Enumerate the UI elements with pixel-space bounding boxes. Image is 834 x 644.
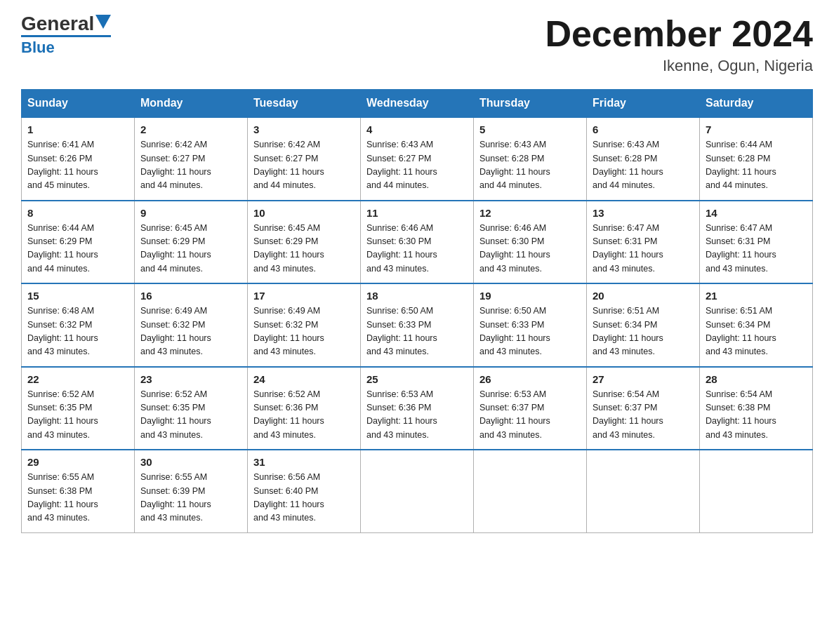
calendar-day-cell: 19Sunrise: 6:50 AMSunset: 6:33 PMDayligh… <box>474 283 587 367</box>
calendar-week-row: 8Sunrise: 6:44 AMSunset: 6:29 PMDaylight… <box>22 201 813 284</box>
calendar-day-cell: 8Sunrise: 6:44 AMSunset: 6:29 PMDaylight… <box>22 201 135 284</box>
day-number: 31 <box>253 456 355 468</box>
location: Ikenne, Ogun, Nigeria <box>545 57 813 75</box>
calendar-week-row: 15Sunrise: 6:48 AMSunset: 6:32 PMDayligh… <box>22 283 813 367</box>
day-number: 6 <box>593 123 694 135</box>
calendar-week-row: 22Sunrise: 6:52 AMSunset: 6:35 PMDayligh… <box>22 367 813 450</box>
title-area: December 2024 Ikenne, Ogun, Nigeria <box>545 14 813 75</box>
logo-triangle-icon <box>95 15 111 30</box>
day-info: Sunrise: 6:51 AMSunset: 6:34 PMDaylight:… <box>706 304 807 359</box>
logo: General Blue <box>21 14 111 57</box>
calendar-empty-cell <box>700 450 813 532</box>
day-number: 22 <box>27 373 128 385</box>
day-number: 2 <box>140 123 241 135</box>
day-number: 20 <box>593 290 694 302</box>
day-info: Sunrise: 6:45 AMSunset: 6:29 PMDaylight:… <box>253 222 355 276</box>
day-number: 11 <box>366 207 468 219</box>
calendar-day-cell: 20Sunrise: 6:51 AMSunset: 6:34 PMDayligh… <box>587 283 700 367</box>
day-number: 13 <box>593 207 694 219</box>
day-info: Sunrise: 6:44 AMSunset: 6:29 PMDaylight:… <box>27 222 128 276</box>
day-info: Sunrise: 6:55 AMSunset: 6:38 PMDaylight:… <box>27 471 128 525</box>
day-info: Sunrise: 6:42 AMSunset: 6:27 PMDaylight:… <box>140 138 241 193</box>
calendar-day-cell: 17Sunrise: 6:49 AMSunset: 6:32 PMDayligh… <box>248 283 361 367</box>
day-info: Sunrise: 6:53 AMSunset: 6:37 PMDaylight:… <box>479 388 581 443</box>
header-saturday: Saturday <box>700 90 813 118</box>
header-wednesday: Wednesday <box>361 90 474 118</box>
calendar-day-cell: 29Sunrise: 6:55 AMSunset: 6:38 PMDayligh… <box>22 450 135 532</box>
logo-general: General <box>21 14 94 34</box>
header-monday: Monday <box>135 90 248 118</box>
day-number: 19 <box>479 290 581 302</box>
day-info: Sunrise: 6:50 AMSunset: 6:33 PMDaylight:… <box>479 304 581 359</box>
day-info: Sunrise: 6:54 AMSunset: 6:38 PMDaylight:… <box>706 388 807 443</box>
calendar-empty-cell <box>474 450 587 532</box>
calendar-table: SundayMondayTuesdayWednesdayThursdayFrid… <box>21 89 813 533</box>
calendar-day-cell: 24Sunrise: 6:52 AMSunset: 6:36 PMDayligh… <box>248 367 361 450</box>
calendar-week-row: 1Sunrise: 6:41 AMSunset: 6:26 PMDaylight… <box>22 117 813 201</box>
day-info: Sunrise: 6:55 AMSunset: 6:39 PMDaylight:… <box>140 471 241 525</box>
day-info: Sunrise: 6:52 AMSunset: 6:36 PMDaylight:… <box>253 388 355 443</box>
day-number: 23 <box>140 373 241 385</box>
header-sunday: Sunday <box>22 90 135 118</box>
day-number: 3 <box>253 123 355 135</box>
day-number: 14 <box>706 207 807 219</box>
day-info: Sunrise: 6:46 AMSunset: 6:30 PMDaylight:… <box>366 222 468 276</box>
day-number: 10 <box>253 207 355 219</box>
day-info: Sunrise: 6:46 AMSunset: 6:30 PMDaylight:… <box>479 222 581 276</box>
calendar-day-cell: 23Sunrise: 6:52 AMSunset: 6:35 PMDayligh… <box>135 367 248 450</box>
month-title: December 2024 <box>545 14 813 54</box>
day-info: Sunrise: 6:43 AMSunset: 6:28 PMDaylight:… <box>479 138 581 193</box>
calendar-day-cell: 31Sunrise: 6:56 AMSunset: 6:40 PMDayligh… <box>248 450 361 532</box>
day-number: 25 <box>366 373 468 385</box>
day-info: Sunrise: 6:51 AMSunset: 6:34 PMDaylight:… <box>593 304 694 359</box>
calendar-day-cell: 7Sunrise: 6:44 AMSunset: 6:28 PMDaylight… <box>700 117 813 201</box>
header-tuesday: Tuesday <box>248 90 361 118</box>
day-number: 18 <box>366 290 468 302</box>
day-number: 7 <box>706 123 807 135</box>
calendar-day-cell: 25Sunrise: 6:53 AMSunset: 6:36 PMDayligh… <box>361 367 474 450</box>
calendar-day-cell: 28Sunrise: 6:54 AMSunset: 6:38 PMDayligh… <box>700 367 813 450</box>
header-friday: Friday <box>587 90 700 118</box>
page-header: General Blue December 2024 Ikenne, Ogun,… <box>21 14 813 75</box>
calendar-day-cell: 13Sunrise: 6:47 AMSunset: 6:31 PMDayligh… <box>587 201 700 284</box>
day-info: Sunrise: 6:52 AMSunset: 6:35 PMDaylight:… <box>140 388 241 443</box>
day-info: Sunrise: 6:44 AMSunset: 6:28 PMDaylight:… <box>706 138 807 193</box>
calendar-day-cell: 4Sunrise: 6:43 AMSunset: 6:27 PMDaylight… <box>361 117 474 201</box>
day-number: 9 <box>140 207 241 219</box>
day-info: Sunrise: 6:49 AMSunset: 6:32 PMDaylight:… <box>253 304 355 359</box>
day-number: 16 <box>140 290 241 302</box>
day-number: 30 <box>140 456 241 468</box>
day-info: Sunrise: 6:47 AMSunset: 6:31 PMDaylight:… <box>593 222 694 276</box>
day-number: 12 <box>479 207 581 219</box>
day-number: 5 <box>479 123 581 135</box>
calendar-day-cell: 3Sunrise: 6:42 AMSunset: 6:27 PMDaylight… <box>248 117 361 201</box>
day-info: Sunrise: 6:45 AMSunset: 6:29 PMDaylight:… <box>140 222 241 276</box>
day-info: Sunrise: 6:50 AMSunset: 6:33 PMDaylight:… <box>366 304 468 359</box>
day-info: Sunrise: 6:52 AMSunset: 6:35 PMDaylight:… <box>27 388 128 443</box>
day-info: Sunrise: 6:49 AMSunset: 6:32 PMDaylight:… <box>140 304 241 359</box>
day-info: Sunrise: 6:42 AMSunset: 6:27 PMDaylight:… <box>253 138 355 193</box>
calendar-day-cell: 14Sunrise: 6:47 AMSunset: 6:31 PMDayligh… <box>700 201 813 284</box>
header-thursday: Thursday <box>474 90 587 118</box>
day-info: Sunrise: 6:43 AMSunset: 6:27 PMDaylight:… <box>366 138 468 193</box>
calendar-day-cell: 27Sunrise: 6:54 AMSunset: 6:37 PMDayligh… <box>587 367 700 450</box>
calendar-day-cell: 6Sunrise: 6:43 AMSunset: 6:28 PMDaylight… <box>587 117 700 201</box>
calendar-day-cell: 9Sunrise: 6:45 AMSunset: 6:29 PMDaylight… <box>135 201 248 284</box>
calendar-day-cell: 30Sunrise: 6:55 AMSunset: 6:39 PMDayligh… <box>135 450 248 532</box>
calendar-day-cell: 1Sunrise: 6:41 AMSunset: 6:26 PMDaylight… <box>22 117 135 201</box>
calendar-day-cell: 12Sunrise: 6:46 AMSunset: 6:30 PMDayligh… <box>474 201 587 284</box>
calendar-day-cell: 21Sunrise: 6:51 AMSunset: 6:34 PMDayligh… <box>700 283 813 367</box>
calendar-week-row: 29Sunrise: 6:55 AMSunset: 6:38 PMDayligh… <box>22 450 813 532</box>
calendar-header-row: SundayMondayTuesdayWednesdayThursdayFrid… <box>22 90 813 118</box>
day-number: 4 <box>366 123 468 135</box>
svg-marker-0 <box>95 15 111 29</box>
day-number: 28 <box>706 373 807 385</box>
day-number: 8 <box>27 207 128 219</box>
day-info: Sunrise: 6:56 AMSunset: 6:40 PMDaylight:… <box>253 471 355 525</box>
day-number: 17 <box>253 290 355 302</box>
day-number: 27 <box>593 373 694 385</box>
calendar-day-cell: 16Sunrise: 6:49 AMSunset: 6:32 PMDayligh… <box>135 283 248 367</box>
calendar-day-cell: 11Sunrise: 6:46 AMSunset: 6:30 PMDayligh… <box>361 201 474 284</box>
day-info: Sunrise: 6:48 AMSunset: 6:32 PMDaylight:… <box>27 304 128 359</box>
calendar-day-cell: 2Sunrise: 6:42 AMSunset: 6:27 PMDaylight… <box>135 117 248 201</box>
